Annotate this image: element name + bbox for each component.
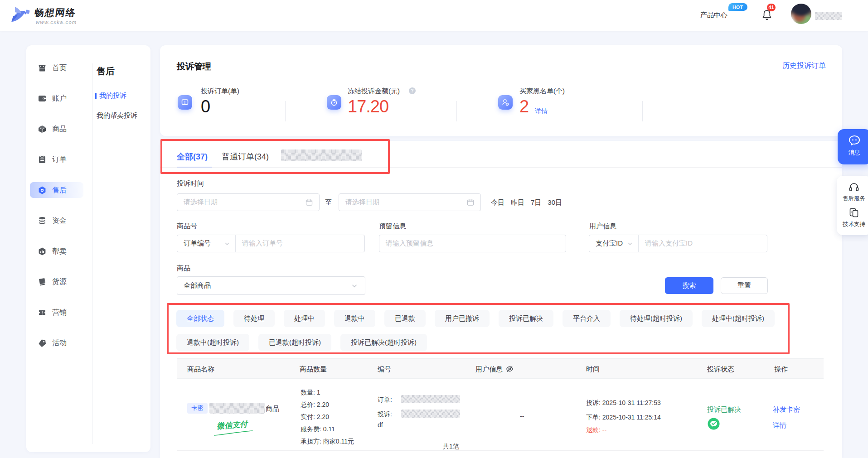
sidebar-item-products[interactable]: 商品: [38, 121, 92, 137]
sidebar-item-supply[interactable]: 货源: [38, 274, 92, 289]
user-id-select[interactable]: 支付宝ID: [589, 235, 639, 252]
user-id-input[interactable]: 请输入支付宝ID: [639, 239, 693, 248]
sidebar-item-resell[interactable]: 帮卖: [38, 244, 92, 259]
eye-slash-icon[interactable]: [506, 365, 514, 373]
tab-blurred[interactable]: [281, 149, 362, 161]
wechat-pay-underline: [213, 429, 254, 436]
sidebar-item-funds[interactable]: 资金: [38, 213, 92, 228]
status-chip-active[interactable]: 全部状态: [176, 310, 224, 327]
tab-all[interactable]: 全部(37): [177, 151, 208, 162]
stat-complaint-orders-label: 投诉订单(单): [201, 87, 239, 96]
filter-product-no-label: 商品号: [177, 222, 197, 231]
tab-normal-orders[interactable]: 普通订单(34): [222, 151, 269, 162]
product-name-blurred: [209, 403, 265, 414]
date-range-to: 至: [325, 198, 332, 207]
blacklist-icon: [498, 95, 513, 110]
quick-7days[interactable]: 7日: [531, 198, 541, 207]
quick-30days[interactable]: 30日: [548, 198, 562, 207]
detail-link[interactable]: 详情: [773, 421, 786, 430]
history-complaints-link[interactable]: 历史投诉订单: [782, 61, 826, 71]
hot-badge: HOT: [728, 3, 747, 11]
qty-line: 承担方: 商家0.11元: [301, 438, 354, 446]
status-chip[interactable]: 平台介入: [563, 310, 611, 327]
calendar-icon: [467, 199, 474, 206]
order-no-blurred: [401, 395, 460, 403]
tabs-bottom-border: [160, 167, 842, 168]
chevron-down-icon: [224, 241, 230, 246]
sidebar-item-orders[interactable]: 订单: [38, 152, 92, 167]
th-time: 时间: [586, 365, 600, 374]
submenu-title: 售后: [97, 65, 115, 77]
ticket-icon: [38, 308, 47, 317]
status-chip[interactable]: 投诉已解决(超时投诉): [340, 334, 427, 351]
status-chip[interactable]: 处理中(超时投诉): [702, 310, 775, 327]
order-no-input[interactable]: 请输入订单号: [236, 239, 283, 248]
status-chip[interactable]: 已退款: [384, 310, 426, 327]
filter-product-label: 商品: [177, 264, 190, 273]
top-header: 畅想网络 www.cxka.com 产品中心 HOT 41: [0, 0, 868, 31]
sidebar-item-activity[interactable]: 活动: [38, 335, 92, 351]
df-text: df: [378, 421, 383, 429]
stat-divider-3: [642, 101, 643, 121]
service-float-panel[interactable]: 售后服务 技术支持: [837, 176, 868, 235]
total-count: 共1笔: [443, 443, 459, 451]
nav-product-center[interactable]: 产品中心: [700, 11, 727, 19]
status-chip[interactable]: 用户已撤诉: [435, 310, 490, 327]
status-chip[interactable]: 退款中: [334, 310, 375, 327]
th-number: 编号: [378, 365, 391, 374]
quick-yesterday[interactable]: 昨日: [511, 198, 524, 207]
submenu-item-resell-complaints[interactable]: 我的帮卖投诉: [97, 111, 137, 120]
order-no-label: 订单:: [378, 396, 392, 404]
username-blurred: [815, 12, 842, 20]
active-marker: [95, 93, 97, 99]
main-card: 全部(37) 普通订单(34) 投诉时间 请选择日期 至 请选择日期 今日 昨日…: [160, 141, 842, 458]
status-chip[interactable]: 处理中: [284, 310, 325, 327]
order-no-select[interactable]: 订单编号: [177, 235, 236, 252]
date-start-input[interactable]: 请选择日期: [177, 193, 320, 211]
status-chip[interactable]: 已退款(超时投诉): [258, 334, 331, 351]
user-info-value: --: [520, 413, 524, 420]
status-check-icon: [708, 418, 720, 430]
message-float-button[interactable]: 消息: [838, 129, 868, 164]
coins-icon: [38, 216, 47, 225]
blacklist-detail-link[interactable]: 详情: [535, 107, 548, 116]
supply-box-icon: [38, 277, 47, 286]
time-order: 下单: 2025-10-31 11:25:14: [586, 414, 661, 422]
reset-button[interactable]: 重置: [721, 277, 768, 294]
search-button[interactable]: 搜索: [665, 277, 713, 294]
sidebar-item-account[interactable]: 账户: [38, 91, 92, 106]
tech-support-icon: [848, 207, 860, 219]
status-chip[interactable]: 待处理(超时投诉): [620, 310, 693, 327]
reserved-input[interactable]: 请输入预留信息: [379, 235, 566, 252]
chevron-down-icon: [351, 283, 358, 289]
avatar[interactable]: [791, 4, 811, 24]
aftersale-service-label: 售后服务: [843, 195, 865, 202]
th-status: 投诉状态: [707, 365, 734, 374]
status-chip[interactable]: 投诉已解决: [499, 310, 553, 327]
th-actions: 操作: [774, 365, 788, 374]
card-secret-badge: 卡密: [187, 403, 208, 414]
page-title: 投诉管理: [177, 61, 211, 72]
sidebar-item-home[interactable]: 首页: [38, 60, 92, 76]
sidebar-item-marketing[interactable]: 营销: [38, 305, 92, 320]
frozen-amount-icon: [327, 95, 341, 110]
order-no-group: 订单编号 请输入订单号: [177, 235, 365, 252]
submenu-item-my-complaints[interactable]: 我的投诉: [95, 92, 126, 100]
brand-logo-bird-icon: [9, 5, 31, 24]
filter-reserved-label: 预留信息: [379, 222, 406, 231]
status-chip[interactable]: 退款中(超时投诉): [176, 334, 249, 351]
clipboard-icon: [38, 155, 47, 164]
date-end-input[interactable]: 请选择日期: [339, 193, 481, 211]
sidebar-item-aftersale-active[interactable]: 售后: [38, 183, 92, 198]
product-select[interactable]: 全部商品: [177, 276, 365, 295]
help-icon[interactable]: ?: [409, 87, 416, 94]
reissue-card-link[interactable]: 补发卡密: [773, 405, 800, 414]
status-chip[interactable]: 待处理: [233, 310, 275, 327]
tag-icon: [38, 338, 47, 347]
quick-today[interactable]: 今日: [491, 198, 504, 207]
qty-line: 实付: 2.20: [301, 413, 329, 421]
row-divider: [177, 450, 824, 451]
time-complaint: 投诉: 2025-10-31 11:27:53: [586, 399, 661, 407]
complaint-no-blurred: [401, 410, 460, 418]
th-user-info: 用户信息: [475, 365, 503, 374]
